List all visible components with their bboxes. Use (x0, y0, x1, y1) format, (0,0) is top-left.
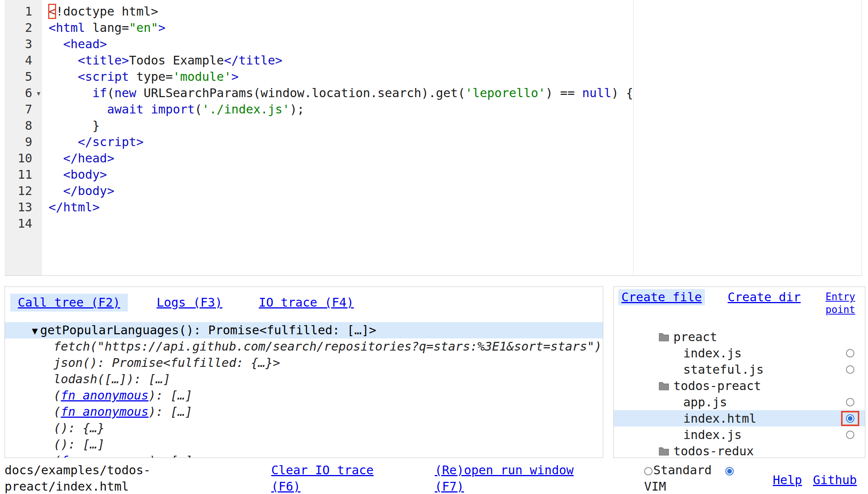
line-number: 12 (5, 183, 42, 199)
code-line[interactable]: <head> (49, 36, 862, 52)
code-line[interactable]: <title>Todos Example</title> (49, 52, 862, 69)
code-line[interactable]: <script type='module'> (49, 69, 862, 85)
file-browser-panel: Create file Create dir Entry point preac… (613, 286, 865, 458)
code-line[interactable]: await import('./index.js'); (49, 101, 862, 118)
call-tree-row[interactable]: (fn anonymous): […] (5, 404, 603, 420)
tab-call-tree[interactable]: Call tree (F2) (10, 294, 128, 312)
line-number: 7 (5, 101, 42, 118)
clear-io-trace-button[interactable]: Clear IO trace (F6) (271, 462, 393, 494)
line-number: 8 (5, 118, 42, 134)
folder-icon (658, 446, 670, 456)
file-row-stateful-js[interactable]: stateful.js (614, 361, 865, 378)
vim-mode-label[interactable]: VIM (644, 479, 666, 494)
code-line[interactable]: </html> (49, 199, 862, 216)
call-tree-rows: ▼getPopularLanguages(): Promise<fulfille… (5, 322, 603, 458)
code-line[interactable]: <body> (49, 167, 862, 183)
code-line[interactable]: </body> (49, 183, 862, 199)
call-tree-row[interactable]: lodash([…]): […] (5, 371, 603, 387)
editor-mode-radio-group: Standard VIM (644, 462, 743, 494)
line-number: 3 (5, 36, 42, 52)
fold-marker-icon[interactable]: ▾ (36, 85, 41, 102)
file-row-index-html[interactable]: index.html (614, 410, 865, 426)
folder-icon (658, 332, 670, 341)
code-editor[interactable]: 1 2 3 4 5 6▾ 7 8 9 10 11 12 13 14 <!doct… (5, 0, 862, 276)
create-file-button[interactable]: Create file (618, 289, 705, 305)
call-tree-panel: Call tree (F2) Logs (F3) IO trace (F4) ▼… (5, 286, 603, 458)
reopen-run-window-button[interactable]: (Re)open run window (F7) (435, 462, 587, 494)
fn-anonymous-link[interactable]: fn anonymous (61, 453, 148, 458)
standard-mode-label[interactable]: Standard (653, 463, 712, 477)
help-link[interactable]: Help (773, 472, 802, 488)
line-number: 10 (5, 150, 42, 167)
entry-point-selection-box (841, 411, 859, 426)
code-line[interactable]: } (49, 118, 862, 134)
call-tree-row[interactable]: (fn anonymous): […] (5, 387, 603, 404)
fn-anonymous-link[interactable]: fn anonymous (61, 388, 148, 403)
standard-mode-radio[interactable] (644, 467, 653, 475)
folder-icon (658, 381, 670, 390)
call-tree-root-label: getPopularLanguages(): Promise<fulfilled… (40, 323, 376, 337)
expand-triangle-icon[interactable]: ▼ (32, 325, 38, 337)
file-tree: preact index.js stateful.js todos-preact… (614, 329, 865, 458)
call-tree-row[interactable]: fetch("https://api.github.com/search/rep… (5, 338, 603, 355)
call-tree-row[interactable]: json(): Promise<fulfilled: {…}> (5, 355, 603, 371)
create-dir-button[interactable]: Create dir (725, 289, 804, 305)
line-number: 4 (5, 52, 42, 69)
tab-io-trace[interactable]: IO trace (F4) (251, 294, 361, 312)
code-line[interactable]: </script> (49, 134, 862, 150)
vim-mode-radio[interactable] (725, 467, 734, 475)
code-line[interactable]: <!doctype html> (49, 3, 862, 20)
github-link[interactable]: Github (813, 472, 857, 488)
code-line[interactable] (49, 216, 862, 232)
line-number: 2 (5, 20, 42, 36)
line-number: 11 (5, 167, 42, 183)
code-line[interactable]: </head> (49, 150, 862, 167)
entry-point-radio[interactable] (846, 398, 854, 406)
editor-gutter: 1 2 3 4 5 6▾ 7 8 9 10 11 12 13 14 (5, 0, 42, 275)
entry-point-column-header: Entry point (826, 289, 862, 316)
editor-cursor: < (49, 4, 56, 19)
file-row-app-js[interactable]: app.js (614, 394, 865, 410)
code-line[interactable]: if(new URLSearchParams(window.location.s… (49, 85, 862, 101)
entry-point-radio-checked[interactable] (846, 414, 854, 423)
line-number: 5 (5, 69, 42, 85)
panel-tabs: Call tree (F2) Logs (F3) IO trace (F4) (5, 287, 603, 315)
line-number: 14 (5, 216, 42, 232)
dir-row-todos-redux[interactable]: todos-redux (614, 443, 865, 458)
entry-point-radio[interactable] (846, 349, 854, 357)
call-tree-row[interactable]: (): […] (5, 436, 603, 453)
dir-row-preact[interactable]: preact (614, 329, 865, 345)
entry-point-radio[interactable] (846, 365, 854, 374)
call-tree-row[interactable]: (): {…} (5, 420, 603, 436)
file-browser-header: Create file Create dir Entry point (614, 287, 865, 316)
dir-row-todos-preact[interactable]: todos-preact (614, 378, 865, 394)
file-row-index-js[interactable]: index.js (614, 345, 865, 361)
editor-code-area[interactable]: <!doctype html> <html lang="en"> <head> … (42, 0, 862, 275)
line-number: 9 (5, 134, 42, 150)
entry-point-radio[interactable] (846, 431, 854, 439)
fn-anonymous-link[interactable]: fn anonymous (61, 404, 148, 419)
line-number: 13 (5, 199, 42, 216)
line-number: 1 (5, 3, 42, 20)
call-tree-root-row[interactable]: ▼getPopularLanguages(): Promise<fulfille… (5, 322, 603, 338)
code-line[interactable]: <html lang="en"> (49, 20, 862, 36)
file-row-index-js-2[interactable]: index.js (614, 426, 865, 443)
call-tree-row[interactable]: (fn anonymous): […] (5, 453, 603, 458)
current-file-path: docs/examples/todos-preact/index.html (5, 462, 153, 494)
line-number: 6▾ (5, 85, 42, 101)
tab-logs[interactable]: Logs (F3) (149, 294, 230, 312)
